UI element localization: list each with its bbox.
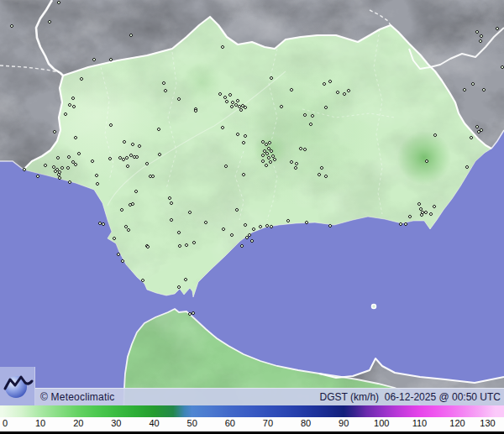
station-marker[interactable]	[471, 82, 475, 86]
station-marker[interactable]	[295, 162, 299, 166]
station-marker[interactable]	[134, 190, 139, 194]
station-marker[interactable]	[417, 202, 422, 207]
station-marker[interactable]	[98, 222, 102, 226]
station-marker[interactable]	[109, 123, 113, 128]
station-marker[interactable]	[429, 212, 433, 217]
station-marker[interactable]	[311, 114, 315, 118]
station-marker[interactable]	[109, 58, 113, 62]
station-marker[interactable]	[261, 140, 265, 144]
station-marker[interactable]	[270, 76, 274, 81]
station-marker[interactable]	[280, 105, 284, 109]
station-marker[interactable]	[265, 164, 269, 168]
station-marker[interactable]	[250, 239, 255, 243]
station-marker[interactable]	[324, 106, 328, 110]
station-marker[interactable]	[126, 165, 130, 169]
station-marker[interactable]	[121, 259, 125, 264]
station-marker[interactable]	[184, 278, 188, 282]
station-marker[interactable]	[230, 233, 234, 238]
station-marker[interactable]	[501, 65, 504, 70]
station-marker[interactable]	[44, 164, 48, 168]
station-marker[interactable]	[223, 96, 228, 100]
station-marker[interactable]	[77, 152, 81, 156]
station-marker[interactable]	[399, 222, 403, 227]
station-marker[interactable]	[141, 279, 145, 283]
station-marker[interactable]	[465, 165, 470, 170]
station-marker[interactable]	[328, 80, 333, 84]
station-marker[interactable]	[95, 174, 99, 178]
station-marker[interactable]	[185, 243, 189, 248]
station-marker[interactable]	[286, 219, 291, 223]
station-marker[interactable]	[177, 231, 181, 235]
station-marker[interactable]	[343, 92, 347, 97]
station-marker[interactable]	[318, 173, 322, 177]
station-marker[interactable]	[164, 89, 168, 93]
station-marker[interactable]	[480, 34, 484, 39]
station-marker[interactable]	[309, 123, 313, 127]
station-marker[interactable]	[482, 88, 486, 92]
station-marker[interactable]	[235, 208, 239, 212]
station-marker[interactable]	[23, 168, 27, 172]
station-marker[interactable]	[236, 133, 240, 137]
station-marker[interactable]	[265, 224, 270, 228]
station-marker[interactable]	[168, 196, 172, 201]
station-marker[interactable]	[267, 156, 271, 160]
station-marker[interactable]	[92, 58, 97, 62]
station-marker[interactable]	[96, 182, 100, 186]
station-marker[interactable]	[178, 244, 182, 248]
station-marker[interactable]	[463, 88, 467, 92]
station-marker[interactable]	[433, 133, 438, 138]
station-marker[interactable]	[424, 211, 428, 215]
station-marker[interactable]	[170, 201, 174, 206]
station-marker[interactable]	[188, 211, 192, 215]
station-marker[interactable]	[242, 173, 246, 177]
station-marker[interactable]	[305, 221, 309, 225]
station-marker[interactable]	[157, 128, 161, 132]
station-marker[interactable]	[108, 157, 113, 161]
station-marker[interactable]	[102, 222, 106, 227]
station-marker[interactable]	[71, 97, 76, 101]
station-marker[interactable]	[170, 218, 174, 222]
station-marker[interactable]	[158, 153, 162, 157]
station-marker[interactable]	[244, 134, 248, 139]
station-marker[interactable]	[192, 311, 196, 316]
station-marker[interactable]	[270, 225, 274, 229]
station-marker[interactable]	[261, 154, 265, 158]
station-marker[interactable]	[240, 244, 244, 248]
station-marker[interactable]	[242, 141, 246, 145]
station-marker[interactable]	[204, 221, 208, 225]
station-marker[interactable]	[52, 165, 56, 170]
station-marker[interactable]	[336, 91, 340, 95]
station-marker[interactable]	[323, 82, 327, 86]
station-marker[interactable]	[66, 166, 71, 170]
station-marker[interactable]	[80, 77, 84, 81]
station-marker[interactable]	[162, 81, 166, 86]
station-marker[interactable]	[188, 312, 192, 316]
station-marker[interactable]	[72, 105, 76, 109]
station-marker[interactable]	[68, 103, 72, 107]
station-marker[interactable]	[230, 105, 234, 109]
station-marker[interactable]	[124, 225, 129, 229]
station-marker[interactable]	[123, 140, 127, 144]
station-marker[interactable]	[131, 143, 135, 147]
station-marker[interactable]	[222, 227, 226, 232]
station-marker[interactable]	[324, 175, 328, 179]
station-marker[interactable]	[68, 180, 72, 185]
station-marker[interactable]	[145, 162, 150, 166]
station-marker[interactable]	[252, 227, 256, 232]
station-marker[interactable]	[177, 97, 181, 102]
station-marker[interactable]	[290, 160, 294, 165]
station-marker[interactable]	[404, 222, 408, 227]
station-marker[interactable]	[58, 176, 62, 180]
station-marker[interactable]	[347, 89, 351, 93]
station-marker[interactable]	[320, 166, 324, 170]
station-marker[interactable]	[433, 205, 437, 209]
station-marker[interactable]	[192, 241, 197, 245]
station-marker[interactable]	[475, 30, 480, 34]
station-marker[interactable]	[224, 165, 228, 169]
station-marker[interactable]	[425, 159, 429, 164]
station-marker[interactable]	[269, 160, 273, 165]
station-marker[interactable]	[48, 20, 52, 24]
station-marker[interactable]	[218, 92, 223, 97]
station-marker[interactable]	[135, 155, 139, 159]
station-marker[interactable]	[36, 175, 40, 179]
